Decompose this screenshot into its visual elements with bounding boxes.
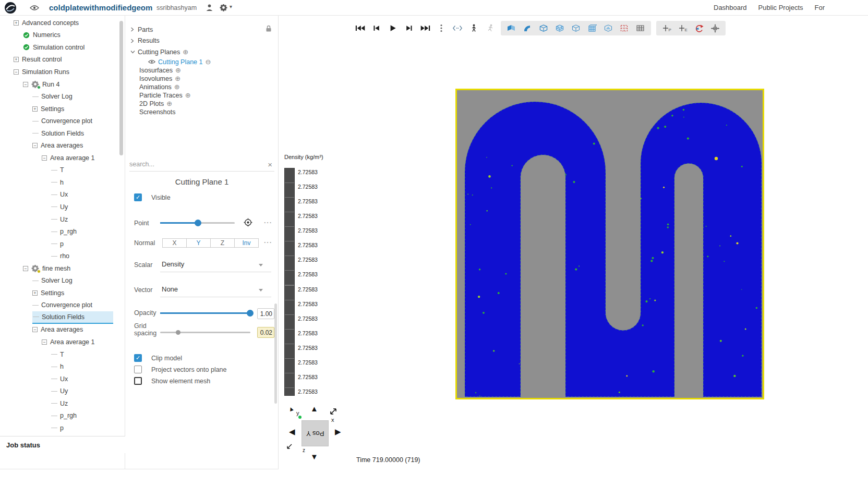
- chevron-right-icon[interactable]: [130, 39, 138, 43]
- grid-spacing-input[interactable]: 0.02: [257, 327, 274, 338]
- grid-spacing-slider[interactable]: [160, 332, 250, 333]
- tree-item-settings[interactable]: +Settings: [0, 103, 120, 115]
- visible-checkbox[interactable]: ✓: [134, 193, 142, 201]
- add-icon[interactable]: ⊕: [183, 48, 188, 56]
- tree-item-p-rgh[interactable]: p_rgh: [0, 410, 120, 422]
- section-plane-view-icon[interactable]: [602, 23, 614, 33]
- collapse-toggle-icon[interactable]: −: [23, 82, 28, 87]
- tree-item-advanced-concepts[interactable]: +Advanced concepts: [0, 17, 120, 29]
- project-vectors-checkbox[interactable]: [134, 366, 142, 373]
- nav-dashboard[interactable]: Dashboard: [714, 4, 747, 11]
- collapse-toggle-icon[interactable]: −: [14, 69, 19, 75]
- tree-item-convergence-plot[interactable]: Convergence plot: [0, 115, 120, 127]
- post-tree-item-particle-traces[interactable]: Particle Traces⊕: [130, 91, 274, 100]
- show-element-mesh-checkbox[interactable]: [134, 377, 142, 385]
- point-menu-button[interactable]: ···: [264, 218, 272, 226]
- nav-forum[interactable]: For: [815, 4, 825, 11]
- post-tree-item-animations[interactable]: Animations⊕: [130, 83, 274, 91]
- add-icon[interactable]: ⊕: [175, 66, 181, 74]
- curved-surface-view-icon[interactable]: [522, 23, 533, 33]
- collapse-toggle-icon[interactable]: −: [32, 327, 38, 332]
- walk-navigation-button[interactable]: [468, 23, 479, 33]
- post-tree-item-isovolumes[interactable]: Isovolumes⊕: [130, 75, 274, 83]
- z-axis-arrow[interactable]: [286, 443, 293, 450]
- post-tree-item-screenshots[interactable]: Screenshots: [130, 108, 274, 116]
- tree-item-p[interactable]: p: [0, 422, 120, 434]
- data-table-icon[interactable]: [635, 23, 646, 33]
- wireframe-cube-icon[interactable]: [570, 23, 582, 33]
- normal-y-button[interactable]: Y: [186, 238, 211, 248]
- nav-public-projects[interactable]: Public Projects: [758, 4, 803, 11]
- trace-range-button[interactable]: [452, 23, 463, 33]
- opacity-input[interactable]: 1.00: [257, 308, 274, 319]
- move-axes-icon[interactable]: [709, 23, 721, 33]
- tree-item-convergence-plot[interactable]: Convergence plot: [0, 299, 120, 312]
- shaded-view-icon[interactable]: [505, 23, 517, 33]
- tree-item-solution-fields[interactable]: Solution Fields: [0, 127, 120, 140]
- tree-item-t[interactable]: T: [0, 164, 120, 177]
- chevron-right-icon[interactable]: [130, 27, 138, 32]
- rotate-up-arrow[interactable]: ▲: [310, 405, 318, 412]
- grid-spacing-knob[interactable]: [176, 330, 180, 335]
- tree-item-t[interactable]: T: [0, 348, 120, 361]
- tree-item-solver-log[interactable]: Solver Log: [0, 90, 120, 103]
- normal-x-button[interactable]: X: [162, 238, 187, 248]
- viewport-3d[interactable]: P E Density (kg/m³) 2.725832.725832.7258…: [279, 16, 868, 498]
- normal-invert-button[interactable]: Inv: [234, 238, 259, 248]
- expand-toggle-icon[interactable]: +: [32, 290, 38, 296]
- point-pick-target-icon[interactable]: [244, 218, 252, 227]
- tree-item-uy[interactable]: Uy: [0, 201, 120, 213]
- tree-item-h[interactable]: h: [0, 360, 120, 373]
- tree-item-run-4[interactable]: −Run 4: [0, 78, 120, 91]
- rotate-right-arrow[interactable]: ▶: [335, 428, 341, 435]
- view-cube-face[interactable]: Pos Y: [302, 420, 329, 446]
- rotate-left-arrow[interactable]: ◀: [289, 428, 295, 435]
- point-slider-knob[interactable]: [195, 220, 201, 226]
- opacity-slider[interactable]: [160, 312, 250, 314]
- project-title[interactable]: coldplatewithmodifiedgeom: [49, 3, 152, 12]
- post-tree-item-2d-plots[interactable]: 2D Plots⊕: [130, 100, 274, 108]
- expand-toggle-icon[interactable]: +: [32, 106, 38, 112]
- play-button[interactable]: [387, 23, 399, 33]
- skip-to-end-button[interactable]: [419, 23, 431, 33]
- collapse-toggle-icon[interactable]: −: [32, 143, 38, 148]
- add-icon[interactable]: ⊕: [166, 100, 172, 107]
- align-plane-p-icon[interactable]: P: [661, 23, 672, 33]
- chevron-down-icon[interactable]: [130, 50, 138, 54]
- add-icon[interactable]: ⊕: [185, 91, 191, 99]
- tree-item-h[interactable]: h: [0, 176, 120, 189]
- clip-model-checkbox[interactable]: ✓: [134, 354, 142, 362]
- tree-item-solution-fields[interactable]: Solution Fields: [0, 311, 120, 324]
- tree-item-numerics[interactable]: Numerics: [0, 29, 120, 42]
- skip-to-start-button[interactable]: [355, 23, 366, 33]
- rotate-down-arrow[interactable]: ▼: [310, 453, 318, 460]
- post-tree-item-results[interactable]: Results: [130, 35, 274, 47]
- add-icon[interactable]: ⊕: [175, 75, 180, 82]
- step-back-button[interactable]: [371, 23, 382, 33]
- render-frame[interactable]: [455, 89, 764, 399]
- collapse-toggle-icon[interactable]: −: [23, 266, 28, 271]
- post-tree-item-cutting-planes[interactable]: Cutting Planes⊕: [130, 46, 274, 58]
- simscale-logo-icon[interactable]: [4, 2, 17, 14]
- tree-item-area-averages[interactable]: −Area averages: [0, 324, 120, 336]
- scalar-caret-icon[interactable]: [259, 264, 263, 266]
- normal-z-button[interactable]: Z: [210, 238, 235, 248]
- remove-icon[interactable]: ⊖: [205, 58, 211, 66]
- post-tree-item-cutting-plane-1[interactable]: Cutting Plane 1⊖: [130, 58, 274, 66]
- clear-search-icon[interactable]: ×: [268, 160, 272, 169]
- vector-select-value[interactable]: None: [162, 285, 178, 293]
- tree-item-p-rgh[interactable]: p_rgh: [0, 225, 120, 238]
- run-navigation-button[interactable]: [484, 23, 496, 33]
- tree-item-result-control[interactable]: +Result control: [0, 54, 120, 66]
- vector-caret-icon[interactable]: [259, 289, 263, 291]
- tree-item-area-average-1[interactable]: −Area average 1: [0, 336, 120, 348]
- expand-toggle-icon[interactable]: +: [14, 20, 19, 26]
- tree-item-ux[interactable]: Ux: [0, 189, 120, 201]
- opacity-slider-knob[interactable]: [247, 310, 254, 317]
- tree-item-fine-mesh[interactable]: −fine mesh: [0, 262, 120, 275]
- settings-caret-icon[interactable]: ▾: [230, 4, 232, 9]
- lock-icon[interactable]: [266, 25, 272, 34]
- tree-item-uy[interactable]: Uy: [0, 385, 120, 397]
- tree-item-uz[interactable]: Uz: [0, 213, 120, 226]
- job-status-header[interactable]: Job status: [0, 436, 125, 453]
